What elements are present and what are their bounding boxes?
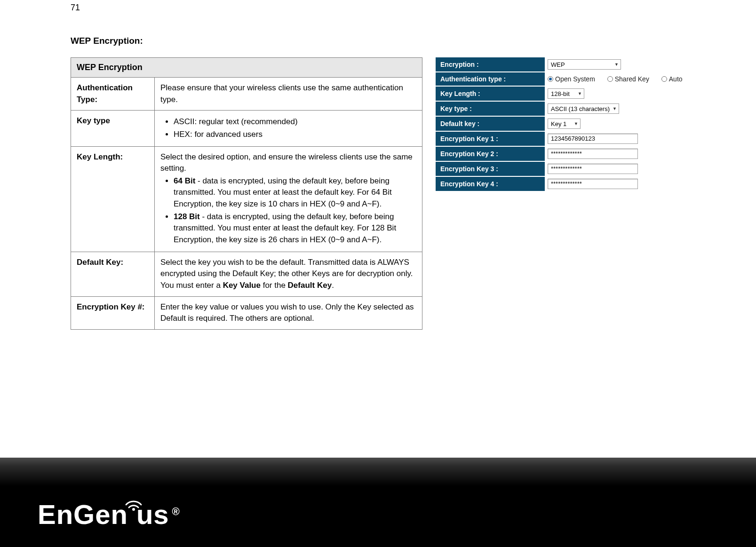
ref-text: - data is encrypted, using the default k… (174, 176, 392, 208)
ref-text: . (332, 281, 334, 290)
ref-row-desc: Please ensure that your wireless clients… (155, 78, 422, 111)
list-item: ASCII: regular text (recommended) (174, 116, 416, 128)
chevron-down-icon: ▼ (614, 62, 619, 67)
enc-key-1-input[interactable]: 1234567890123 (548, 134, 638, 144)
bold-text: Key Value (223, 281, 261, 290)
list-item: HEX: for advanced users (174, 129, 416, 141)
enc-key-3-input[interactable]: ************* (548, 164, 638, 174)
radio-label: Auto (669, 75, 683, 83)
ref-text: for the (261, 281, 288, 290)
ref-row-desc: ASCII: regular text (recommended) HEX: f… (155, 111, 422, 146)
auth-auto-radio[interactable]: Auto (661, 75, 683, 83)
radio-label: Shared Key (615, 75, 649, 83)
brand-logo: EnGen us ® (38, 499, 180, 530)
chevron-down-icon: ▼ (578, 91, 582, 96)
table-row: Authentication Type: Please ensure that … (71, 78, 422, 111)
default-key-select[interactable]: Key 1 ▼ (548, 119, 581, 129)
table-row: Key Length: Select the desired option, a… (71, 146, 422, 252)
ref-row-desc: Select the desired option, and ensure th… (155, 146, 422, 252)
form-label-enc-key-3: Encryption Key 3 : (436, 161, 545, 176)
list-item: 64 Bit - data is encrypted, using the de… (174, 175, 416, 210)
table-row: Encryption Key #: Enter the key value or… (71, 296, 422, 329)
bold-text: 64 Bit (174, 176, 195, 185)
select-value: ASCII (13 characters) (551, 105, 610, 112)
ref-row-label: Authentication Type: (71, 78, 155, 111)
auth-shared-radio[interactable]: Shared Key (607, 75, 649, 83)
ref-row-desc: Select the key you wish to be the defaul… (155, 252, 422, 296)
bold-text: 128 Bit (174, 212, 200, 221)
page-number: 71 (71, 3, 80, 13)
ref-row-label: Encryption Key #: (71, 296, 155, 329)
chevron-down-icon: ▼ (613, 106, 617, 111)
reference-table-header: WEP Encryption (71, 58, 422, 78)
radio-icon (607, 76, 613, 82)
form-label-enc-key-2: Encryption Key 2 : (436, 146, 545, 161)
select-value: Key 1 (551, 120, 566, 127)
form-label-key-length: Key Length : (436, 86, 545, 101)
ref-text: Select the desired option, and ensure th… (160, 152, 413, 173)
svg-point-0 (132, 508, 135, 511)
form-label-key-type: Key type : (436, 101, 545, 116)
select-value: WEP (551, 61, 565, 68)
form-label-enc-key-1: Encryption Key 1 : (436, 131, 545, 146)
radio-label: Open System (555, 75, 595, 83)
encryption-select[interactable]: WEP ▼ (548, 59, 621, 70)
ref-row-label: Default Key: (71, 252, 155, 296)
key-length-select[interactable]: 128-bit ▼ (548, 88, 584, 99)
form-label-encryption: Encryption : (436, 57, 545, 72)
ref-row-label: Key type (71, 111, 155, 146)
select-value: 128-bit (551, 90, 570, 97)
list-item: 128 Bit - data is encrypted, using the d… (174, 211, 416, 246)
form-label-enc-key-4: Encryption Key 4 : (436, 176, 545, 191)
ref-row-desc: Enter the key value or values you wish t… (155, 296, 422, 329)
enc-key-4-input[interactable]: ************* (548, 179, 638, 189)
chevron-down-icon: ▼ (574, 121, 578, 126)
radio-icon (548, 76, 553, 82)
form-label-default-key: Default key : (436, 116, 545, 131)
config-form: Encryption : WEP ▼ Authentication type :… (436, 57, 727, 192)
enc-key-2-input[interactable]: ************* (548, 149, 638, 159)
form-label-auth-type: Authentication type : (436, 72, 545, 86)
auth-type-radio-group: Open System Shared Key Auto (548, 76, 693, 83)
brand-name-part1: EnGen (38, 499, 128, 530)
table-row: Default Key: Select the key you wish to … (71, 252, 422, 296)
bold-text: Default Key (288, 281, 332, 290)
reference-table: WEP Encryption Authentication Type: Plea… (71, 57, 422, 330)
ref-row-label: Key Length: (71, 146, 155, 252)
registered-icon: ® (172, 506, 180, 518)
table-row: Key type ASCII: regular text (recommende… (71, 111, 422, 146)
ref-text: - data is encrypted, using the default k… (174, 212, 396, 244)
auth-open-radio[interactable]: Open System (548, 75, 595, 83)
key-type-select[interactable]: ASCII (13 characters) ▼ (548, 103, 619, 114)
section-heading: WEP Encryption: (71, 36, 729, 46)
footer-bar: EnGen us ® (0, 458, 756, 547)
radio-icon (661, 76, 667, 82)
